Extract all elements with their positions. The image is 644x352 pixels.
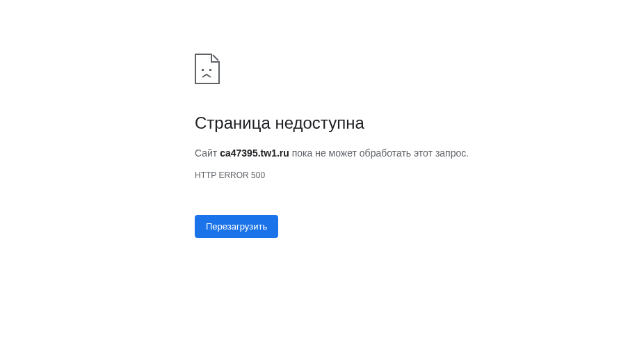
reload-button[interactable]: Перезагрузить: [195, 215, 278, 238]
error-icon-wrap: [195, 54, 542, 84]
broken-page-icon: [195, 54, 220, 84]
message-suffix: пока не может обработать этот запрос.: [289, 147, 469, 159]
svg-rect-0: [202, 69, 204, 71]
error-message: Сайт ca47395.tw1.ru пока не может обрабо…: [195, 146, 542, 161]
message-prefix: Сайт: [195, 147, 220, 159]
site-host: ca47395.tw1.ru: [220, 147, 289, 159]
svg-rect-1: [209, 69, 211, 71]
error-code: HTTP ERROR 500: [195, 170, 542, 180]
page-title: Страница недоступна: [195, 112, 542, 134]
error-container: Страница недоступна Сайт ca47395.tw1.ru …: [195, 54, 542, 238]
